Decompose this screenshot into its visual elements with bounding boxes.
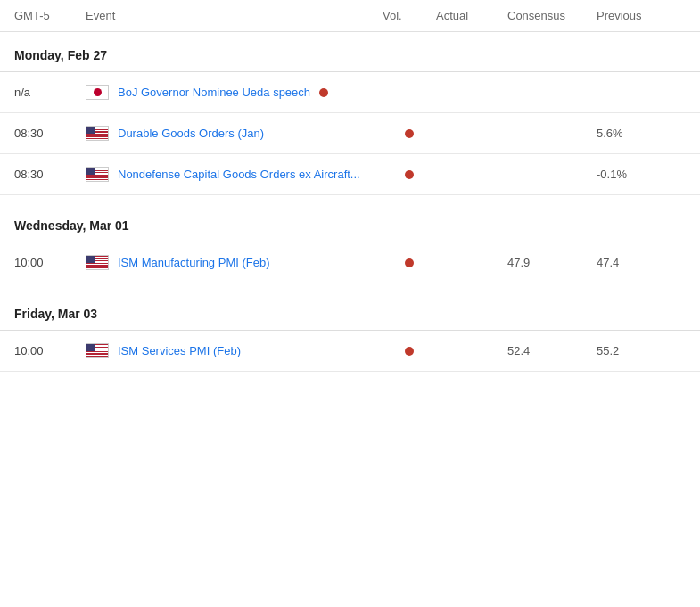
- event-previous: 55.2: [597, 344, 686, 357]
- event-row: 08:30 Durable Goods Orders (Jan) 5.6%: [0, 113, 700, 154]
- col-vol: Vol.: [383, 9, 436, 22]
- col-previous: Previous: [597, 9, 686, 22]
- event-row: 10:00 ISM Services PMI (Feb) 52.4 55.2: [0, 331, 700, 372]
- flag-us: [86, 167, 109, 182]
- sections-container: Monday, Feb 27 n/a BoJ Governor Nominee …: [0, 32, 700, 379]
- event-consensus: 52.4: [507, 344, 597, 357]
- event-cell: ISM Services PMI (Feb): [86, 343, 383, 358]
- event-name[interactable]: Durable Goods Orders (Jan): [118, 127, 264, 140]
- event-time: 08:30: [14, 127, 86, 140]
- event-time: 08:30: [14, 168, 86, 181]
- vol-cell: [383, 170, 436, 179]
- col-actual: Actual: [436, 9, 507, 22]
- vol-dot: [405, 129, 414, 138]
- vol-dot: [405, 347, 414, 356]
- event-cell: ISM Manufacturing PMI (Feb): [86, 255, 383, 270]
- vol-cell: [383, 258, 436, 267]
- event-name[interactable]: BoJ Governor Nominee Ueda speech: [118, 86, 310, 99]
- vol-dot: [405, 170, 414, 179]
- col-consensus: Consensus: [507, 9, 597, 22]
- section-date-1: Wednesday, Mar 01: [0, 202, 700, 242]
- event-row: n/a BoJ Governor Nominee Ueda speech: [0, 72, 700, 113]
- event-previous: 47.4: [597, 256, 686, 269]
- event-time: 10:00: [14, 256, 86, 269]
- event-row: 10:00 ISM Manufacturing PMI (Feb) 47.9 4…: [0, 242, 700, 283]
- table-header: GMT-5 Event Vol. Actual Consensus Previo…: [0, 0, 700, 32]
- col-timezone: GMT-5: [14, 9, 86, 22]
- flag-us: [86, 255, 109, 270]
- vol-dot: [405, 258, 414, 267]
- event-time: n/a: [14, 86, 86, 99]
- event-consensus: 47.9: [507, 256, 597, 269]
- flag-jp: [86, 85, 109, 100]
- section-date-2: Friday, Mar 03: [0, 291, 700, 330]
- vol-cell: [383, 347, 436, 356]
- event-row: 08:30 Nondefense Capital Goods Orders ex…: [0, 154, 700, 195]
- event-cell: Durable Goods Orders (Jan): [86, 126, 383, 141]
- event-previous: 5.6%: [597, 127, 686, 140]
- vol-cell: [383, 129, 436, 138]
- table-container: GMT-5 Event Vol. Actual Consensus Previo…: [0, 0, 700, 379]
- event-name[interactable]: Nondefense Capital Goods Orders ex Aircr…: [118, 168, 360, 181]
- flag-us: [86, 343, 109, 358]
- section-date-0: Monday, Feb 27: [0, 32, 700, 71]
- event-name[interactable]: ISM Manufacturing PMI (Feb): [118, 256, 270, 269]
- event-previous: -0.1%: [597, 168, 686, 181]
- event-time: 10:00: [14, 344, 86, 357]
- event-cell: BoJ Governor Nominee Ueda speech: [86, 85, 383, 100]
- col-event: Event: [86, 9, 383, 22]
- flag-us: [86, 126, 109, 141]
- event-cell: Nondefense Capital Goods Orders ex Aircr…: [86, 167, 383, 182]
- vol-dot-inline: [319, 88, 328, 97]
- event-name[interactable]: ISM Services PMI (Feb): [118, 344, 241, 357]
